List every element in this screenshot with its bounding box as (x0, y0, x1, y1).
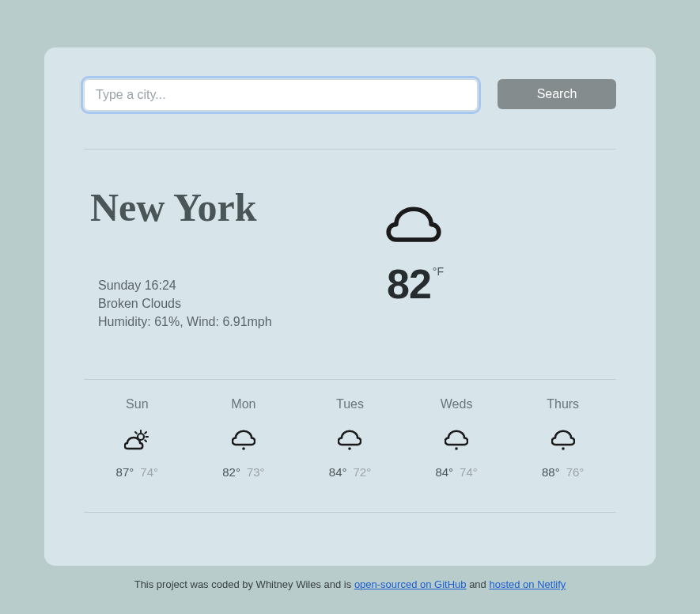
current-condition: Broken Clouds (98, 294, 387, 313)
forecast-day-label: Tues (297, 397, 403, 411)
forecast-lo: 74° (460, 465, 478, 479)
weather-card: Search New York Sunday 16:24 Broken Clou… (44, 47, 656, 566)
current-weather: New York Sunday 16:24 Broken Clouds Humi… (84, 150, 616, 379)
forecast-day-label: Weds (403, 397, 510, 411)
forecast-day-label: Sun (84, 397, 191, 411)
current-datetime: Sunday 16:24 (98, 276, 387, 294)
footer-text: and (467, 578, 490, 590)
cloud-rain-icon (297, 426, 403, 454)
temp-unit: °F (433, 265, 444, 278)
forecast-lo: 72° (353, 465, 371, 479)
city-search-input[interactable] (84, 79, 478, 111)
forecast-day: Mon 82°73° (191, 397, 297, 479)
forecast-day: Thurs 88°76° (509, 397, 616, 479)
footer: This project was coded by Whitney Wiles … (44, 578, 656, 590)
forecast-hi: 87° (116, 465, 134, 479)
forecast-day: Weds 84°74° (403, 397, 510, 479)
forecast-day: Tues 84°72° (297, 397, 403, 479)
forecast-day-label: Mon (191, 397, 297, 411)
forecast-lo: 74° (140, 465, 158, 479)
cloud-rain-icon (403, 426, 510, 454)
current-stats: Humidity: 61%, Wind: 6.91mph (98, 313, 387, 331)
partly-cloudy-icon (84, 426, 191, 454)
forecast-day-label: Thurs (509, 397, 616, 411)
forecast-hi: 88° (542, 465, 560, 479)
city-name: New York (90, 184, 387, 230)
forecast-row: Sun 87°74° Mon 82°73° Tues 84°72° Weds 8… (84, 380, 616, 512)
current-temp: 82 (387, 260, 431, 308)
cloud-rain-icon (509, 426, 616, 454)
forecast-hi: 84° (329, 465, 347, 479)
cloud-icon (385, 202, 616, 252)
forecast-hi: 82° (222, 465, 240, 479)
forecast-hi: 84° (435, 465, 453, 479)
footer-text: This project was coded by Whitney Wiles … (134, 578, 354, 590)
forecast-lo: 76° (566, 465, 585, 479)
forecast-lo: 73° (247, 465, 265, 479)
netlify-link[interactable]: hosted on Netlify (489, 578, 566, 590)
cloud-rain-icon (191, 426, 297, 454)
search-button[interactable]: Search (498, 79, 616, 109)
forecast-day: Sun 87°74° (84, 397, 191, 479)
search-row: Search (84, 79, 616, 111)
divider (84, 512, 616, 513)
github-link[interactable]: open-sourced on GitHub (354, 578, 467, 590)
